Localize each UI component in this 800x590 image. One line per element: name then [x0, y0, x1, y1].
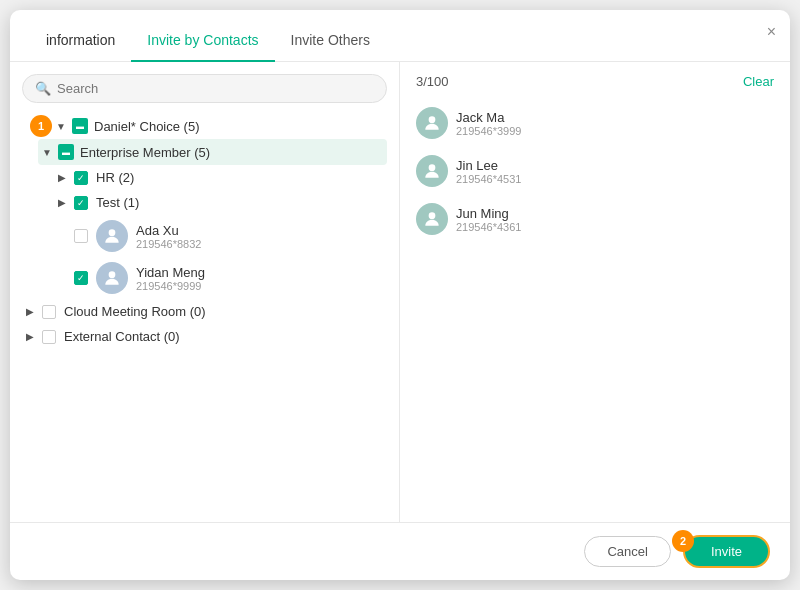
checkbox-cloud-meeting[interactable] [42, 305, 56, 319]
cancel-button[interactable]: Cancel [584, 536, 670, 567]
dialog-footer: 2 Cancel Invite [10, 522, 790, 580]
chevron-icon: ▶ [58, 172, 70, 183]
checkbox-hr[interactable] [74, 171, 88, 185]
dialog-body: 🔍 1 ▼ Daniel* Choice (5) ▼ Enterprise [10, 62, 790, 522]
contact-number: 219546*8832 [136, 238, 201, 250]
svg-point-4 [429, 212, 436, 219]
list-item[interactable]: ▶ External Contact (0) [22, 324, 387, 349]
left-panel: 🔍 1 ▼ Daniel* Choice (5) ▼ Enterprise [10, 62, 400, 522]
contact-name: Jack Ma [456, 110, 521, 125]
contact-info: Jun Ming 219546*4361 [456, 206, 521, 233]
chevron-icon: ▶ [26, 306, 38, 317]
group-label: Cloud Meeting Room (0) [64, 304, 206, 319]
list-item[interactable]: Ada Xu 219546*8832 [70, 215, 387, 257]
group-label: Test (1) [96, 195, 139, 210]
badge-1: 1 [30, 115, 52, 137]
checkbox-ada-xu[interactable] [74, 229, 88, 243]
invited-list: Jack Ma 219546*3999 Jin Lee 219546*4531 [416, 99, 774, 510]
group-label: HR (2) [96, 170, 134, 185]
group-label: External Contact (0) [64, 329, 180, 344]
contact-info: Yidan Meng 219546*9999 [136, 265, 205, 292]
svg-point-3 [429, 164, 436, 171]
contact-number: 219546*4361 [456, 221, 521, 233]
list-item[interactable]: 1 ▼ Daniel* Choice (5) [22, 113, 387, 139]
invite-header: 3/100 Clear [416, 74, 774, 89]
dialog: information Invite by Contacts Invite Ot… [10, 10, 790, 580]
tab-invite-by-contacts[interactable]: Invite by Contacts [131, 20, 274, 62]
right-panel: 3/100 Clear Jack Ma 219546*3999 [400, 62, 790, 522]
list-item[interactable]: ▶ Test (1) [54, 190, 387, 215]
contact-name: Yidan Meng [136, 265, 205, 280]
search-box: 🔍 [22, 74, 387, 103]
list-item[interactable]: ▶ Cloud Meeting Room (0) [22, 299, 387, 324]
contact-number: 219546*9999 [136, 280, 205, 292]
contact-info: Jin Lee 219546*4531 [456, 158, 521, 185]
avatar [96, 262, 128, 294]
chevron-icon: ▶ [58, 197, 70, 208]
tab-information[interactable]: information [30, 20, 131, 62]
invited-item: Jun Ming 219546*4361 [416, 195, 774, 243]
avatar [96, 220, 128, 252]
checkbox-yidan-meng[interactable] [74, 271, 88, 285]
checkbox-test[interactable] [74, 196, 88, 210]
chevron-icon: ▶ [26, 331, 38, 342]
dialog-header: information Invite by Contacts Invite Ot… [10, 10, 790, 62]
search-input[interactable] [57, 81, 374, 96]
avatar [416, 203, 448, 235]
clear-button[interactable]: Clear [743, 74, 774, 89]
list-item[interactable]: Yidan Meng 219546*9999 [70, 257, 387, 299]
svg-point-2 [429, 116, 436, 123]
invited-item: Jin Lee 219546*4531 [416, 147, 774, 195]
invite-count: 3/100 [416, 74, 449, 89]
contact-info: Ada Xu 219546*8832 [136, 223, 201, 250]
invited-item: Jack Ma 219546*3999 [416, 99, 774, 147]
search-icon: 🔍 [35, 81, 51, 96]
tab-invite-others[interactable]: Invite Others [275, 20, 386, 62]
svg-point-1 [109, 271, 116, 278]
badge-2: 2 [672, 530, 694, 552]
contact-name: Jun Ming [456, 206, 521, 221]
group-label: Daniel* Choice (5) [94, 119, 200, 134]
chevron-icon: ▼ [56, 121, 68, 132]
group-icon [58, 144, 74, 160]
checkbox-external-contact[interactable] [42, 330, 56, 344]
contact-name: Jin Lee [456, 158, 521, 173]
contact-name: Ada Xu [136, 223, 201, 238]
svg-point-0 [109, 229, 116, 236]
contact-tree: 1 ▼ Daniel* Choice (5) ▼ Enterprise Memb… [22, 113, 387, 510]
avatar [416, 107, 448, 139]
list-item[interactable]: ▶ HR (2) [54, 165, 387, 190]
close-button[interactable]: × [767, 24, 776, 40]
group-label: Enterprise Member (5) [80, 145, 210, 160]
contact-info: Jack Ma 219546*3999 [456, 110, 521, 137]
chevron-icon: ▼ [42, 147, 54, 158]
group-icon [72, 118, 88, 134]
list-item[interactable]: ▼ Enterprise Member (5) [38, 139, 387, 165]
invite-button[interactable]: Invite [683, 535, 770, 568]
contact-number: 219546*3999 [456, 125, 521, 137]
avatar [416, 155, 448, 187]
contact-number: 219546*4531 [456, 173, 521, 185]
